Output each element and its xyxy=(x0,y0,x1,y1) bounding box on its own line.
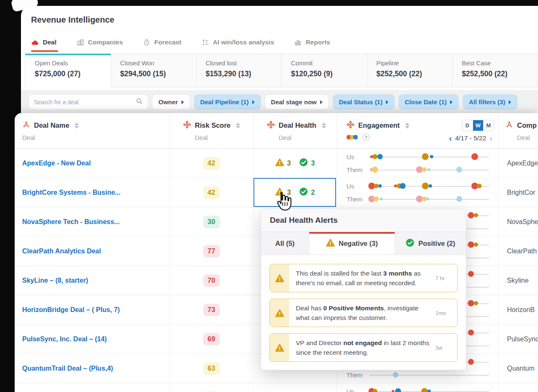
risk-score-cell: 69 xyxy=(170,325,253,353)
negative-alerts: 3 xyxy=(275,188,291,197)
deal-name-link[interactable]: ApexEdge - New Deal xyxy=(22,160,91,167)
company-cell: BrightCor xyxy=(499,178,538,207)
popup-tab-positive-2-[interactable]: Positive (2) xyxy=(395,232,466,255)
filter-button-deal-stage-now[interactable]: Deal stage now xyxy=(265,94,329,110)
engagement-dot xyxy=(468,359,474,365)
engagement-dot xyxy=(392,390,394,392)
popup-tab-label: All (5) xyxy=(275,240,295,248)
engagement-track xyxy=(369,195,489,203)
engagement-dot xyxy=(468,330,474,335)
deal-name-link[interactable]: PulseSync, Inc. Deal – (14) xyxy=(22,335,107,343)
deal-name-cell: ApexEdge - New Deal xyxy=(15,149,170,178)
summary-card-closed-won[interactable]: Closed Won$294,500 (15) xyxy=(111,54,197,88)
engagement-dot xyxy=(422,168,427,172)
summary-card-pipeline[interactable]: Pipeline$252,500 (22) xyxy=(367,54,453,88)
caret-right-icon xyxy=(509,100,511,104)
deal-name-link[interactable]: HorizonBridge Deal – ( Plus, 7) xyxy=(22,306,120,314)
engagement-dot xyxy=(468,271,474,277)
summary-card-open-deals[interactable]: Open Deals$725,000 (27) xyxy=(25,54,111,88)
page-title: Revenue Intelligence xyxy=(31,15,114,25)
deal-health-cell[interactable]: 33 xyxy=(253,149,336,178)
sort-control[interactable] xyxy=(236,123,240,129)
engagement-dot xyxy=(422,153,429,160)
next-period-icon[interactable]: › xyxy=(489,134,492,142)
engagement-dot xyxy=(429,184,432,188)
nav-tab-ai-win-loss-analysis[interactable]: AI win/loss analysis xyxy=(202,39,274,52)
risk-score-cell: 70 xyxy=(170,266,253,295)
engagement-dot xyxy=(468,212,474,219)
column-header-risk-score[interactable]: Risk Score Deal xyxy=(170,113,253,148)
alert-text: Deal has 0 Positive Moments, investigate… xyxy=(289,299,435,327)
engagement-track xyxy=(369,387,489,392)
help-icon[interactable]: ? xyxy=(362,134,370,141)
engagement-line: Them xyxy=(347,166,489,173)
deal-name-link[interactable]: NovaSphere Tech - Business... xyxy=(22,218,120,226)
popup-tab-label: Positive (2) xyxy=(418,240,455,248)
sort-control[interactable] xyxy=(75,123,79,129)
engagement-dot xyxy=(422,183,429,189)
nav-tab-forecast[interactable]: Forecast xyxy=(143,39,181,52)
engagement-dot xyxy=(471,153,478,160)
filter-button-deal-pipeline-1-[interactable]: Deal Pipeline (1) xyxy=(194,94,261,110)
sort-control[interactable] xyxy=(405,123,409,129)
table-row: UsThem xyxy=(15,383,538,392)
check-icon xyxy=(299,158,308,168)
warning-icon xyxy=(326,239,335,248)
nav-tab-reports[interactable]: Reports xyxy=(294,39,330,52)
period-option-d[interactable]: D xyxy=(462,120,473,131)
risk-score-cell: 77 xyxy=(170,237,253,266)
card-label: Closed lost xyxy=(206,59,282,67)
positive-alerts: 2 xyxy=(299,187,315,198)
positive-count: 2 xyxy=(311,188,315,196)
alert-text: VP and Director not engaged in last 2 mo… xyxy=(289,334,435,361)
column-header-deal-name[interactable]: Deal Name Deal xyxy=(15,113,170,148)
popup-tab-negative-3-[interactable]: Negative (3) xyxy=(309,232,395,255)
risk-score-badge: 70 xyxy=(203,274,220,287)
engagement-cell: UsThem xyxy=(336,149,499,178)
deal-name-link[interactable]: ClearPath Analytics Deal xyxy=(22,248,101,255)
table-header: Deal Name Deal Risk Score Deal Deal Heal… xyxy=(15,113,538,149)
column-header-deal-health[interactable]: Deal Health Deal xyxy=(253,113,336,148)
nav-tab-companies[interactable]: Companies xyxy=(77,39,123,52)
popup-tabs: All (5)Negative (3)Positive (2) xyxy=(261,232,466,255)
filter-button-owner[interactable]: Owner xyxy=(152,94,190,110)
search-input[interactable] xyxy=(34,99,136,106)
company-cell xyxy=(499,383,538,392)
negative-count: 3 xyxy=(287,159,291,167)
engagement-dot xyxy=(427,198,429,201)
deal-name-link[interactable]: SkyLine – (8, starter) xyxy=(22,277,88,284)
column-header-engagement[interactable]: Engagement ? DWM ‹ 4/17 - 5/22 › xyxy=(336,113,499,148)
deal-health-cell[interactable] xyxy=(253,383,336,392)
deal-name-link[interactable]: QuantumTrail Deal – (Plus,4) xyxy=(22,365,113,372)
filter-button-deal-status-1-[interactable]: Deal Status (1) xyxy=(333,94,395,110)
engagement-cell: UsThem xyxy=(336,383,499,392)
date-range-nav: ‹ 4/17 - 5/22 › xyxy=(449,134,492,142)
sort-control[interactable] xyxy=(322,123,326,129)
search-box[interactable] xyxy=(28,94,148,110)
summary-card-commit[interactable]: Commit$120,250 (9) xyxy=(282,54,367,88)
period-option-w[interactable]: W xyxy=(473,120,483,131)
deal-name-link[interactable]: BrightCore Systems - Busine... xyxy=(22,189,121,196)
risk-score-badge: 69 xyxy=(203,333,220,346)
filter-button-label: All filters (3) xyxy=(469,98,505,106)
engagement-side-label: Them xyxy=(347,371,369,379)
summary-card-best-case[interactable]: Best Case$252,500 (22) xyxy=(453,54,538,88)
nav-tab-deal[interactable]: Deal xyxy=(31,39,57,52)
deal-name-cell: QuantumTrail Deal – (Plus,4) xyxy=(15,354,170,383)
card-value: $725,000 (27) xyxy=(35,70,111,78)
period-option-m[interactable]: M xyxy=(483,120,494,131)
popup-tab-all-5-[interactable]: All (5) xyxy=(261,232,309,255)
prev-period-icon[interactable]: ‹ xyxy=(449,134,452,142)
card-label: Closed Won xyxy=(120,59,196,67)
reports-icon xyxy=(294,39,302,46)
column-header-company[interactable]: Comp Deal xyxy=(499,113,538,148)
filter-button-all-filters-3-[interactable]: All filters (3) xyxy=(463,94,517,110)
risk-score-badge: 30 xyxy=(203,216,220,228)
filter-button-close-date-1-[interactable]: Close Date (1) xyxy=(398,94,459,110)
risk-score-badge: 42 xyxy=(203,157,220,170)
summary-card-closed-lost[interactable]: Closed lost$153,290 (13) xyxy=(197,54,282,88)
company-cell: Quantum xyxy=(499,354,538,383)
nav-tab-label: Companies xyxy=(88,39,123,46)
deal-name-cell: BrightCore Systems - Busine... xyxy=(15,178,170,207)
deal-health-cell[interactable]: 32 xyxy=(253,178,336,207)
